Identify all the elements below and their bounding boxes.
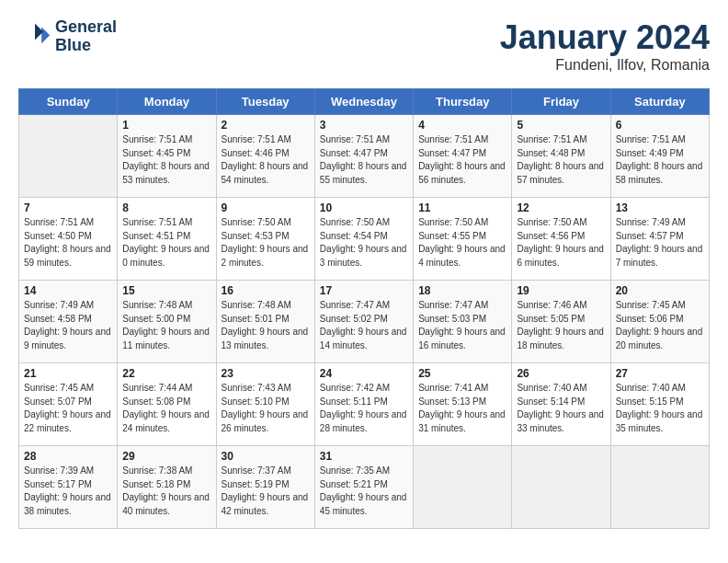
calendar-cell: 15Sunrise: 7:48 AMSunset: 5:00 PMDayligh… xyxy=(118,281,216,363)
svg-marker-1 xyxy=(41,27,50,43)
col-header-wednesday: Wednesday xyxy=(314,89,413,115)
day-info: Sunrise: 7:39 AMSunset: 5:17 PMDaylight:… xyxy=(24,465,112,518)
day-info: Sunrise: 7:50 AMSunset: 4:54 PMDaylight:… xyxy=(320,216,408,270)
calendar-cell: 19Sunrise: 7:46 AMSunset: 5:05 PMDayligh… xyxy=(512,281,610,363)
day-info: Sunrise: 7:37 AMSunset: 5:19 PMDaylight:… xyxy=(222,465,310,518)
day-info: Sunrise: 7:44 AMSunset: 5:08 PMDaylight:… xyxy=(122,382,210,435)
day-info: Sunrise: 7:51 AMSunset: 4:49 PMDaylight:… xyxy=(616,133,704,187)
calendar-cell xyxy=(19,115,118,198)
calendar-cell: 2Sunrise: 7:51 AMSunset: 4:46 PMDaylight… xyxy=(216,115,314,198)
week-row-3: 14Sunrise: 7:49 AMSunset: 4:58 PMDayligh… xyxy=(19,281,710,363)
col-header-monday: Monday xyxy=(118,89,216,115)
calendar-cell: 17Sunrise: 7:47 AMSunset: 5:02 PMDayligh… xyxy=(314,281,413,363)
calendar-cell: 13Sunrise: 7:49 AMSunset: 4:57 PMDayligh… xyxy=(610,198,709,281)
calendar-cell: 6Sunrise: 7:51 AMSunset: 4:49 PMDaylight… xyxy=(610,115,709,198)
calendar-cell: 5Sunrise: 7:51 AMSunset: 4:48 PMDaylight… xyxy=(512,115,610,198)
calendar-cell xyxy=(512,446,610,529)
day-info: Sunrise: 7:49 AMSunset: 4:57 PMDaylight:… xyxy=(616,216,704,270)
calendar-cell: 14Sunrise: 7:49 AMSunset: 4:58 PMDayligh… xyxy=(19,281,118,363)
calendar-cell: 23Sunrise: 7:43 AMSunset: 5:10 PMDayligh… xyxy=(216,363,314,446)
day-number: 2 xyxy=(222,119,310,132)
day-number: 13 xyxy=(616,201,704,214)
day-info: Sunrise: 7:45 AMSunset: 5:06 PMDaylight:… xyxy=(616,299,704,352)
logo-text: General Blue xyxy=(55,18,117,55)
calendar-cell: 29Sunrise: 7:38 AMSunset: 5:18 PMDayligh… xyxy=(118,446,216,529)
calendar-cell: 21Sunrise: 7:45 AMSunset: 5:07 PMDayligh… xyxy=(19,363,118,446)
calendar-cell: 16Sunrise: 7:48 AMSunset: 5:01 PMDayligh… xyxy=(216,281,314,363)
day-number: 10 xyxy=(320,201,408,214)
logo-line2: Blue xyxy=(55,37,117,55)
week-row-2: 7Sunrise: 7:51 AMSunset: 4:50 PMDaylight… xyxy=(19,198,710,281)
day-info: Sunrise: 7:38 AMSunset: 5:18 PMDaylight:… xyxy=(122,465,210,518)
calendar-table: SundayMondayTuesdayWednesdayThursdayFrid… xyxy=(18,88,710,529)
day-number: 22 xyxy=(122,367,210,380)
day-number: 30 xyxy=(222,450,310,463)
calendar-cell: 20Sunrise: 7:45 AMSunset: 5:06 PMDayligh… xyxy=(610,281,709,363)
logo: General Blue xyxy=(18,18,117,55)
day-info: Sunrise: 7:48 AMSunset: 5:01 PMDaylight:… xyxy=(222,299,310,352)
day-number: 5 xyxy=(517,119,605,132)
day-number: 26 xyxy=(517,367,605,380)
day-info: Sunrise: 7:45 AMSunset: 5:07 PMDaylight:… xyxy=(24,382,112,435)
calendar-cell: 1Sunrise: 7:51 AMSunset: 4:45 PMDaylight… xyxy=(118,115,216,198)
calendar-cell: 7Sunrise: 7:51 AMSunset: 4:50 PMDaylight… xyxy=(19,198,118,281)
location-title: Fundeni, Ilfov, Romania xyxy=(500,57,710,74)
calendar-cell: 10Sunrise: 7:50 AMSunset: 4:54 PMDayligh… xyxy=(314,198,413,281)
calendar-cell: 30Sunrise: 7:37 AMSunset: 5:19 PMDayligh… xyxy=(216,446,314,529)
col-header-thursday: Thursday xyxy=(414,89,512,115)
calendar-cell: 4Sunrise: 7:51 AMSunset: 4:47 PMDaylight… xyxy=(414,115,512,198)
day-info: Sunrise: 7:51 AMSunset: 4:46 PMDaylight:… xyxy=(222,133,310,187)
day-info: Sunrise: 7:46 AMSunset: 5:05 PMDaylight:… xyxy=(517,299,605,352)
day-info: Sunrise: 7:35 AMSunset: 5:21 PMDaylight:… xyxy=(320,465,408,518)
day-number: 3 xyxy=(320,119,408,132)
day-info: Sunrise: 7:47 AMSunset: 5:02 PMDaylight:… xyxy=(320,299,408,352)
calendar-cell: 8Sunrise: 7:51 AMSunset: 4:51 PMDaylight… xyxy=(118,198,216,281)
day-info: Sunrise: 7:48 AMSunset: 5:00 PMDaylight:… xyxy=(122,299,210,352)
day-number: 29 xyxy=(122,450,210,463)
calendar-cell: 3Sunrise: 7:51 AMSunset: 4:47 PMDaylight… xyxy=(314,115,413,198)
logo-icon xyxy=(18,20,51,53)
day-number: 7 xyxy=(24,201,112,214)
calendar-cell: 22Sunrise: 7:44 AMSunset: 5:08 PMDayligh… xyxy=(118,363,216,446)
week-row-1: 1Sunrise: 7:51 AMSunset: 4:45 PMDaylight… xyxy=(19,115,710,198)
col-header-sunday: Sunday xyxy=(19,89,118,115)
day-number: 24 xyxy=(320,367,408,380)
month-title: January 2024 xyxy=(500,18,710,57)
day-number: 6 xyxy=(616,119,704,132)
calendar-cell: 11Sunrise: 7:50 AMSunset: 4:55 PMDayligh… xyxy=(414,198,512,281)
day-number: 28 xyxy=(24,450,112,463)
day-number: 1 xyxy=(122,119,210,132)
day-number: 12 xyxy=(517,201,605,214)
day-number: 17 xyxy=(320,284,408,297)
day-number: 27 xyxy=(616,367,704,380)
day-info: Sunrise: 7:51 AMSunset: 4:47 PMDaylight:… xyxy=(320,133,408,187)
col-header-tuesday: Tuesday xyxy=(216,89,314,115)
day-info: Sunrise: 7:41 AMSunset: 5:13 PMDaylight:… xyxy=(418,382,506,435)
day-number: 8 xyxy=(122,201,210,214)
title-block: January 2024 Fundeni, Ilfov, Romania xyxy=(500,18,710,74)
day-number: 16 xyxy=(222,284,310,297)
day-info: Sunrise: 7:50 AMSunset: 4:55 PMDaylight:… xyxy=(418,216,506,270)
calendar-cell: 25Sunrise: 7:41 AMSunset: 5:13 PMDayligh… xyxy=(414,363,512,446)
calendar-cell: 9Sunrise: 7:50 AMSunset: 4:53 PMDaylight… xyxy=(216,198,314,281)
day-number: 23 xyxy=(222,367,310,380)
day-info: Sunrise: 7:42 AMSunset: 5:11 PMDaylight:… xyxy=(320,382,408,435)
day-info: Sunrise: 7:40 AMSunset: 5:15 PMDaylight:… xyxy=(616,382,704,435)
day-info: Sunrise: 7:50 AMSunset: 4:56 PMDaylight:… xyxy=(517,216,605,270)
calendar-cell xyxy=(414,446,512,529)
calendar-cell: 26Sunrise: 7:40 AMSunset: 5:14 PMDayligh… xyxy=(512,363,610,446)
calendar-cell: 12Sunrise: 7:50 AMSunset: 4:56 PMDayligh… xyxy=(512,198,610,281)
calendar-header-row: SundayMondayTuesdayWednesdayThursdayFrid… xyxy=(19,89,710,115)
calendar-cell: 24Sunrise: 7:42 AMSunset: 5:11 PMDayligh… xyxy=(314,363,413,446)
day-info: Sunrise: 7:50 AMSunset: 4:53 PMDaylight:… xyxy=(222,216,310,270)
day-number: 14 xyxy=(24,284,112,297)
day-number: 4 xyxy=(418,119,506,132)
calendar-cell: 28Sunrise: 7:39 AMSunset: 5:17 PMDayligh… xyxy=(19,446,118,529)
week-row-5: 28Sunrise: 7:39 AMSunset: 5:17 PMDayligh… xyxy=(19,446,710,529)
calendar-cell: 18Sunrise: 7:47 AMSunset: 5:03 PMDayligh… xyxy=(414,281,512,363)
day-number: 9 xyxy=(222,201,310,214)
day-number: 15 xyxy=(122,284,210,297)
day-number: 18 xyxy=(418,284,506,297)
day-info: Sunrise: 7:51 AMSunset: 4:51 PMDaylight:… xyxy=(122,216,210,270)
day-number: 11 xyxy=(418,201,506,214)
